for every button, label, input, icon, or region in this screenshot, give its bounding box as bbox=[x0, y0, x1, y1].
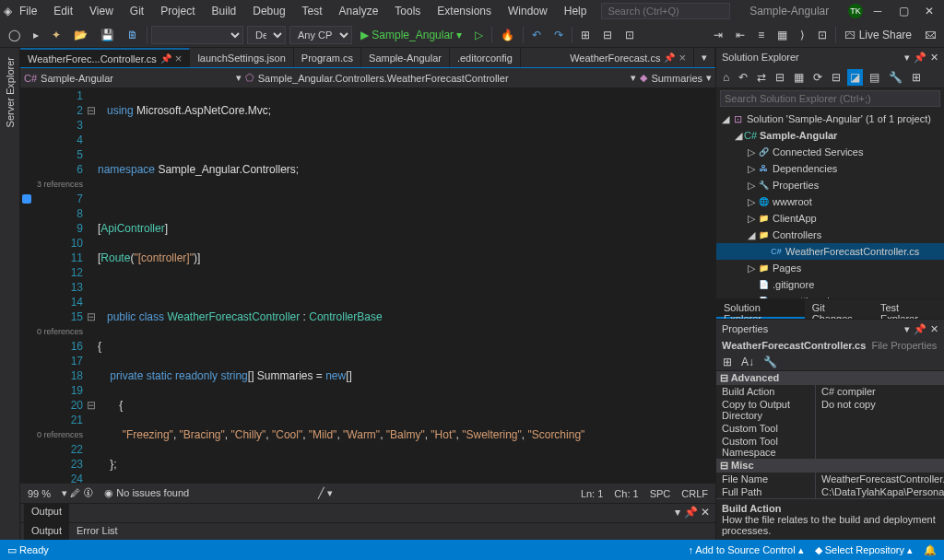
menu-view[interactable]: View bbox=[82, 2, 121, 20]
menu-analyze[interactable]: Analyze bbox=[332, 2, 386, 20]
undo-icon[interactable]: ↶ bbox=[527, 26, 546, 44]
menu-build[interactable]: Build bbox=[205, 2, 244, 20]
tree-item[interactable]: C#WeatherForecastController.cs bbox=[716, 243, 944, 260]
add-source-control[interactable]: ↑ Add to Source Control ▴ bbox=[688, 544, 803, 556]
panel-controls[interactable]: ▾ 📌 ✕ bbox=[669, 504, 715, 522]
panel-menu-icon[interactable]: ▾ bbox=[904, 52, 910, 64]
live-share-button[interactable]: ⮹ Live Share bbox=[840, 26, 916, 44]
new-icon[interactable]: ✦ bbox=[47, 26, 65, 44]
highlight-icon[interactable]: ◪ bbox=[847, 69, 863, 86]
redo-icon[interactable]: ↷ bbox=[549, 26, 568, 44]
run-button[interactable]: ▶ Sample_Angular ▾ bbox=[356, 26, 466, 44]
bookmark-icon[interactable] bbox=[22, 194, 31, 204]
tree-item[interactable]: ▷📁Pages bbox=[716, 260, 944, 276]
target-framework[interactable] bbox=[151, 26, 243, 44]
prop-pages-icon[interactable]: 🔧 bbox=[761, 354, 780, 370]
save-icon[interactable]: 💾 bbox=[96, 26, 119, 44]
notifications-icon[interactable]: 🖂 bbox=[920, 26, 940, 44]
solution-search-input[interactable] bbox=[720, 90, 940, 107]
back-icon[interactable]: ◯ bbox=[4, 26, 25, 44]
property-row[interactable]: Copy to Output DirectoryDo not copy bbox=[716, 398, 944, 422]
pin-icon[interactable]: 📌 bbox=[914, 323, 926, 335]
menu-tools[interactable]: Tools bbox=[387, 2, 428, 20]
menu-file[interactable]: File bbox=[12, 2, 44, 20]
showall-icon[interactable]: ▦ bbox=[791, 69, 807, 86]
tab-weather-controller[interactable]: WeatherForec...Controller.cs 📌 × bbox=[20, 48, 190, 67]
search-input[interactable] bbox=[601, 3, 730, 19]
pin-icon[interactable]: 📌 bbox=[664, 52, 675, 63]
open-icon[interactable]: 📂 bbox=[69, 26, 92, 44]
crumb-class[interactable]: ▾ ⬠Sample_Angular.Controllers.WeatherFor… bbox=[236, 72, 509, 84]
refresh-icon[interactable]: ⟳ bbox=[810, 69, 825, 86]
server-explorer-tab[interactable]: Server Explorer bbox=[3, 52, 18, 133]
platform-dropdown[interactable]: Any CPU bbox=[289, 26, 352, 44]
tb-r1-icon[interactable]: ⇥ bbox=[709, 26, 727, 44]
preview-icon[interactable]: ▤ bbox=[867, 69, 882, 86]
notifications-icon[interactable]: 🔔 bbox=[924, 544, 937, 556]
output-tab[interactable]: Output bbox=[24, 504, 69, 522]
tb-r6-icon[interactable]: ⊡ bbox=[813, 26, 832, 44]
code-content[interactable]: ⊟using Microsoft.AspNetCore.Mvc; namespa… bbox=[88, 88, 715, 483]
menu-debug[interactable]: Debug bbox=[245, 2, 292, 20]
collapse-icon[interactable]: ⊟ bbox=[829, 69, 844, 86]
wrench-icon[interactable]: 🔧 bbox=[886, 69, 905, 86]
property-row[interactable]: Custom Tool bbox=[716, 422, 944, 435]
git-changes-tab[interactable]: Git Changes bbox=[805, 299, 873, 319]
save-all-icon[interactable]: 🗎 bbox=[123, 26, 143, 44]
run-noDebug-button[interactable]: ▷ bbox=[470, 26, 488, 44]
pin-icon[interactable]: 📌 bbox=[160, 53, 171, 64]
tb-r3-icon[interactable]: ≡ bbox=[753, 26, 769, 44]
tree-item[interactable]: ▷🔗Connected Services bbox=[716, 144, 944, 160]
minimize-icon[interactable]: ─ bbox=[867, 2, 889, 20]
logo-icon[interactable]: ◈ bbox=[4, 5, 12, 18]
select-repository[interactable]: ◆ Select Repository ▴ bbox=[815, 544, 913, 556]
menu-project[interactable]: Project bbox=[153, 2, 202, 20]
tb-r5-icon[interactable]: ⟩ bbox=[796, 26, 809, 44]
filter-icon[interactable]: ⊟ bbox=[773, 69, 787, 86]
tab-overflow-icon[interactable]: ▾ bbox=[694, 48, 715, 67]
output-subtab[interactable]: Output bbox=[24, 523, 69, 541]
alpha-icon[interactable]: A↓ bbox=[738, 354, 757, 370]
properties-target[interactable]: WeatherForecastController.cs File Proper… bbox=[716, 338, 944, 353]
property-row[interactable]: Build ActionC# compiler bbox=[716, 385, 944, 398]
tool-2-icon[interactable]: ⊟ bbox=[598, 26, 617, 44]
tab-sample-angular[interactable]: Sample-Angular bbox=[361, 48, 450, 67]
maximize-icon[interactable]: ▢ bbox=[892, 2, 914, 20]
indent-type[interactable]: SPC bbox=[650, 488, 671, 499]
pin-icon[interactable]: 📌 bbox=[914, 52, 926, 64]
menu-test[interactable]: Test bbox=[295, 2, 330, 20]
property-row[interactable]: Custom Tool Namespace bbox=[716, 435, 944, 459]
tb-r2-icon[interactable]: ⇤ bbox=[731, 26, 749, 44]
zoom-icons[interactable]: ▾ 🖉 🛈 bbox=[62, 487, 93, 499]
tab-launchsettings[interactable]: launchSettings.json bbox=[190, 48, 293, 67]
code-editor[interactable]: 123456 3 references 7 89101112131415 0 r… bbox=[20, 88, 715, 483]
tab-editorconfig[interactable]: .editorconfig bbox=[450, 48, 521, 67]
menu-window[interactable]: Window bbox=[501, 2, 555, 20]
config-dropdown[interactable]: Debug bbox=[247, 26, 286, 44]
menu-help[interactable]: Help bbox=[557, 2, 595, 20]
close-icon[interactable]: ✕ bbox=[930, 52, 938, 64]
tool-1-icon[interactable]: ⊞ bbox=[576, 26, 595, 44]
crumb-project[interactable]: C#Sample-Angular bbox=[24, 73, 113, 84]
tab-weatherforecast[interactable]: WeatherForecast.cs 📌 × bbox=[562, 48, 694, 67]
forward-icon[interactable]: ▸ bbox=[29, 26, 43, 44]
menu-edit[interactable]: Edit bbox=[46, 2, 80, 20]
close-icon[interactable]: ✕ bbox=[930, 323, 938, 335]
categorize-icon[interactable]: ⊞ bbox=[720, 354, 735, 370]
solution-explorer-tab[interactable]: Solution Explorer bbox=[716, 299, 805, 319]
tree-item[interactable]: ▷🌐wwwroot bbox=[716, 193, 944, 210]
test-explorer-tab[interactable]: Test Explorer bbox=[873, 299, 944, 319]
home-icon[interactable]: ⌂ bbox=[720, 69, 732, 86]
tree-item[interactable]: ▷📁ClientApp bbox=[716, 210, 944, 227]
user-avatar[interactable]: TK bbox=[848, 4, 863, 18]
issues-count[interactable]: ◉ No issues found bbox=[104, 487, 189, 499]
solution-root[interactable]: ◢⊡Solution 'Sample-Angular' (1 of 1 proj… bbox=[716, 111, 944, 127]
hot-reload-icon[interactable]: 🔥 bbox=[496, 26, 519, 44]
tb-r4-icon[interactable]: ▦ bbox=[773, 26, 792, 44]
tree-item[interactable]: 📄.gitignore bbox=[716, 276, 944, 293]
panel-menu-icon[interactable]: ▾ bbox=[904, 323, 910, 335]
tab-program[interactable]: Program.cs bbox=[294, 48, 361, 67]
close-icon[interactable]: ✕ bbox=[918, 2, 940, 20]
view-icon[interactable]: ⊞ bbox=[909, 69, 924, 86]
back-icon[interactable]: ↶ bbox=[736, 69, 750, 86]
